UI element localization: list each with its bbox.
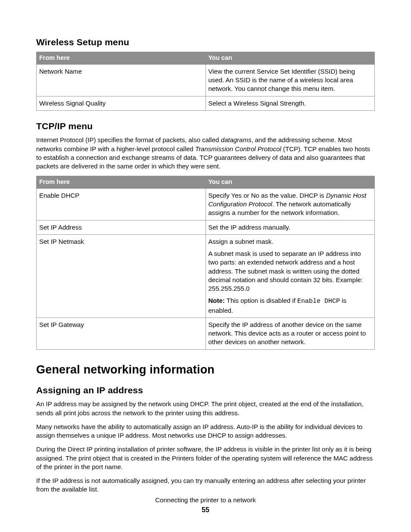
- table-row: Set IP Gateway Specify the IP address of…: [37, 317, 375, 349]
- text: A subnet mask is used to separate an IP …: [209, 249, 372, 293]
- th-from-here: From here: [37, 52, 206, 65]
- cell-desc: Assign a subnet mask. A subnet mask is u…: [206, 234, 375, 317]
- code-enable-dhcp: Enable DHCP: [297, 298, 340, 305]
- text: Specify Yes or No as the value. DHCP is: [209, 192, 326, 199]
- cell-item: Set IP Address: [37, 220, 206, 234]
- table-row: Set IP Netmask Assign a subnet mask. A s…: [37, 234, 375, 317]
- th-you-can: You can: [206, 176, 375, 189]
- heading-general-networking: General networking information: [36, 362, 375, 377]
- table-tcpip: From here You can Enable DHCP Specify Ye…: [36, 176, 375, 349]
- th-from-here: From here: [37, 176, 206, 189]
- cell-desc: Specify Yes or No as the value. DHCP is …: [206, 188, 375, 220]
- table-row: Network Name View the current Service Se…: [37, 64, 375, 96]
- table-header-row: From here You can: [37, 176, 375, 189]
- heading-tcpip: TCP/IP menu: [36, 120, 375, 132]
- paragraph: Many networks have the ability to automa…: [36, 423, 375, 440]
- text: Assign a subnet mask.: [209, 237, 372, 246]
- heading-assigning-ip: Assigning an IP address: [36, 384, 375, 396]
- cell-desc: View the current Service Set Identifier …: [206, 64, 375, 96]
- italic-datagrams: datagrams: [221, 136, 252, 143]
- paragraph: If the IP address is not automatically a…: [36, 476, 375, 494]
- paragraph: An IP address may be assigned by the net…: [36, 400, 375, 417]
- text: This option is disabled if: [225, 297, 297, 304]
- italic-tcp: Transmission Control Protocol: [195, 145, 281, 152]
- cell-item: Enable DHCP: [37, 188, 206, 220]
- footer-page-number: 55: [0, 505, 411, 515]
- table-row: Set IP Address Set the IP address manual…: [37, 220, 375, 234]
- table-wireless-setup: From here You can Network Name View the …: [36, 52, 375, 111]
- table-row: Wireless Signal Quality Select a Wireles…: [37, 96, 375, 110]
- heading-wireless-setup: Wireless Setup menu: [36, 36, 375, 48]
- th-you-can: You can: [206, 52, 375, 65]
- note: Note: This option is disabled if Enable …: [209, 296, 372, 315]
- cell-item: Wireless Signal Quality: [37, 96, 206, 110]
- cell-desc: Specify the IP address of another device…: [206, 317, 375, 349]
- table-row: Enable DHCP Specify Yes or No as the val…: [37, 188, 375, 220]
- cell-desc: Set the IP address manually.: [206, 220, 375, 234]
- cell-item: Set IP Gateway: [37, 317, 206, 349]
- paragraph: During the Direct IP printing installati…: [36, 445, 375, 471]
- paragraph-tcpip-intro: Internet Protocol (IP) specifies the for…: [36, 136, 375, 171]
- text: Internet Protocol (IP) specifies the for…: [36, 136, 221, 143]
- footer-chapter-title: Connecting the printer to a network: [0, 496, 411, 504]
- cell-item: Network Name: [37, 64, 206, 96]
- cell-desc: Select a Wireless Signal Strength.: [206, 96, 375, 110]
- cell-item: Set IP Netmask: [37, 234, 206, 317]
- page-footer: Connecting the printer to a network 55: [0, 496, 411, 515]
- note-label: Note:: [209, 297, 225, 304]
- table-header-row: From here You can: [37, 52, 375, 65]
